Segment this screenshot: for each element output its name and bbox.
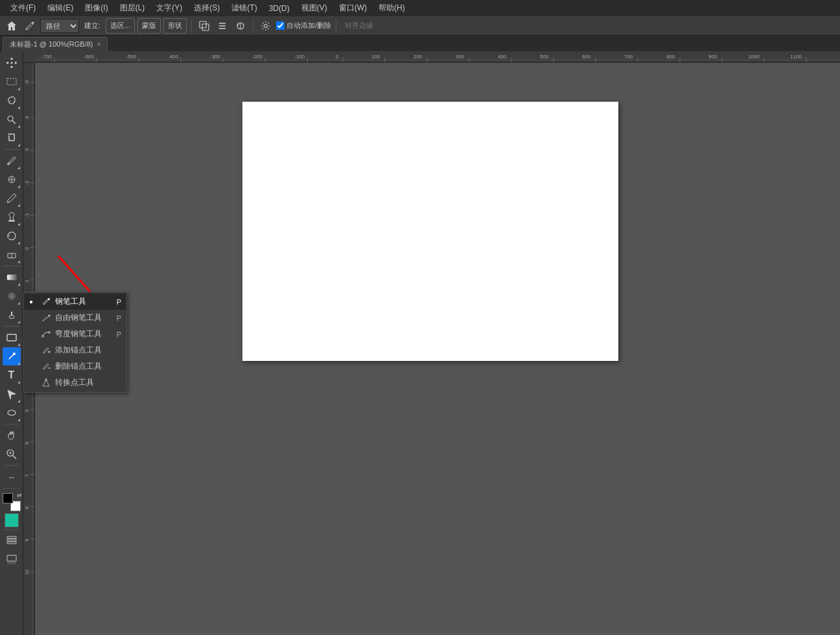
svg-text:-3: -3	[24, 148, 30, 153]
mask-button[interactable]: 蒙版	[137, 18, 161, 34]
document-tab[interactable]: 未标题-1 @ 100%(RGB/8) ×	[3, 37, 108, 51]
path-selection-tool[interactable]	[3, 385, 21, 403]
tab-close-button[interactable]: ×	[97, 41, 101, 48]
gradient-tool[interactable]	[3, 268, 21, 286]
menu-item-view[interactable]: 视图(V)	[296, 1, 332, 15]
auto-add-remove-text: 自动添加/删除	[286, 21, 331, 30]
marquee-tool[interactable]	[3, 73, 21, 91]
selection-button[interactable]: 选区...	[106, 18, 135, 34]
menu-item-select[interactable]: 选择(S)	[189, 1, 225, 15]
add-anchor-menu-item[interactable]: 添加锚点工具	[24, 342, 126, 358]
mode-select[interactable]: 路径 形状 像素	[40, 19, 79, 33]
svg-rect-38	[7, 562, 16, 564]
delete-anchor-icon	[41, 362, 51, 372]
pen-icon	[41, 297, 51, 307]
more-tools[interactable]: ···	[3, 468, 21, 486]
lasso-tool[interactable]	[3, 91, 21, 110]
auto-add-remove-label[interactable]: 自动添加/删除	[276, 21, 331, 30]
align-edges-text: 对齐边缘	[341, 21, 377, 30]
home-button[interactable]	[4, 18, 19, 34]
menu-item-window[interactable]: 窗口(W)	[334, 1, 372, 15]
hand-tool[interactable]	[3, 426, 21, 444]
pen-tool-submenu: ● 钢笔工具 P 自由钢笔工具 P	[23, 292, 127, 393]
svg-text:1100: 1100	[790, 54, 802, 60]
crop-tool[interactable]	[3, 129, 21, 147]
svg-point-114	[48, 298, 50, 300]
shape-tool[interactable]	[3, 329, 21, 347]
pen-tool-label: 钢笔工具	[55, 296, 86, 307]
menu-item-3d[interactable]: 3D(D)	[264, 3, 295, 14]
svg-text:8: 8	[24, 506, 30, 509]
menu-item-file[interactable]: 文件(F)	[5, 1, 41, 15]
menu-item-text[interactable]: 文字(Y)	[151, 1, 187, 15]
svg-point-25	[11, 295, 12, 297]
history-brush-tool[interactable]	[3, 227, 21, 245]
path-ops-magnify[interactable]	[196, 18, 212, 34]
menu-item-image[interactable]: 图像(I)	[80, 1, 113, 15]
svg-text:500: 500	[540, 54, 549, 60]
build-label: 建立:	[82, 21, 103, 30]
eraser-tool[interactable]	[3, 246, 21, 264]
shape-button[interactable]: 形状	[163, 18, 187, 34]
settings-button[interactable]	[258, 18, 274, 34]
auto-add-remove-checkbox[interactable]	[276, 21, 285, 30]
document-canvas[interactable]	[242, 102, 618, 361]
curve-pen-menu-item[interactable]: 弯度钢笔工具 P	[24, 326, 126, 342]
delete-anchor-menu-item[interactable]: 删除锚点工具	[24, 358, 126, 375]
delete-anchor-label: 删除锚点工具	[55, 361, 102, 372]
svg-text:1: 1	[24, 279, 30, 283]
ellipse-tool[interactable]	[3, 404, 21, 422]
pen-mode-icon[interactable]	[22, 18, 38, 34]
channels-panel[interactable]	[3, 551, 21, 569]
pen-tool-menu-item[interactable]: ● 钢笔工具 P	[24, 294, 126, 310]
svg-rect-39	[7, 555, 16, 561]
swap-colors-icon[interactable]: ⇄	[17, 492, 22, 498]
free-pen-shortcut: P	[117, 314, 121, 322]
menu-item-layer[interactable]: 图层(L)	[115, 1, 150, 15]
svg-text:-1: -1	[24, 213, 30, 218]
convert-point-label: 转换点工具	[55, 377, 94, 388]
svg-point-115	[49, 314, 51, 316]
canvas-container[interactable]	[35, 63, 840, 635]
svg-text:-300: -300	[210, 54, 221, 60]
stamp-tool[interactable]	[3, 208, 21, 226]
separator	[4, 149, 19, 150]
curve-pen-shortcut: P	[117, 330, 121, 338]
quick-select-tool[interactable]	[3, 110, 21, 128]
svg-text:400: 400	[498, 54, 507, 60]
svg-text:1000: 1000	[748, 54, 760, 60]
path-align[interactable]	[215, 18, 230, 34]
menu-item-filter[interactable]: 滤镜(T)	[226, 1, 262, 15]
svg-line-14	[12, 121, 16, 124]
canvas-scroll: -5 -4 -3 -2 -1 0 1 2	[23, 63, 840, 635]
zoom-tool[interactable]	[3, 445, 21, 463]
toolbox: T	[0, 51, 23, 635]
convert-point-menu-item[interactable]: 转换点工具	[24, 375, 126, 391]
blur-tool[interactable]	[3, 287, 21, 305]
foreground-color[interactable]	[3, 493, 13, 503]
svg-rect-35	[7, 539, 16, 541]
svg-rect-12	[7, 78, 16, 85]
canvas-area: -700 -600 -500 -400 -300 -200 -100 0	[23, 51, 840, 635]
menu-item-help[interactable]: 帮助(H)	[373, 1, 410, 15]
svg-text:800: 800	[666, 54, 675, 60]
menu-item-edit[interactable]: 编辑(E)	[42, 1, 78, 15]
active-color-swatch[interactable]	[5, 513, 19, 527]
svg-text:-5: -5	[24, 80, 30, 85]
pen-shortcut: P	[117, 298, 121, 306]
layers-panel[interactable]	[3, 532, 21, 550]
separator3	[4, 326, 19, 327]
type-tool[interactable]: T	[3, 366, 21, 384]
brush-tool[interactable]	[3, 189, 21, 207]
svg-line-32	[13, 456, 16, 459]
svg-text:-200: -200	[252, 54, 263, 60]
healing-tool[interactable]	[3, 170, 21, 189]
path-arrange[interactable]	[233, 18, 248, 34]
dodge-tool[interactable]	[3, 306, 21, 324]
svg-point-0	[32, 21, 34, 23]
eyedropper-tool[interactable]	[3, 152, 21, 170]
move-tool[interactable]	[3, 54, 21, 72]
svg-rect-1	[200, 21, 206, 28]
free-pen-menu-item[interactable]: 自由钢笔工具 P	[24, 310, 126, 326]
pen-tool[interactable]	[3, 347, 21, 365]
